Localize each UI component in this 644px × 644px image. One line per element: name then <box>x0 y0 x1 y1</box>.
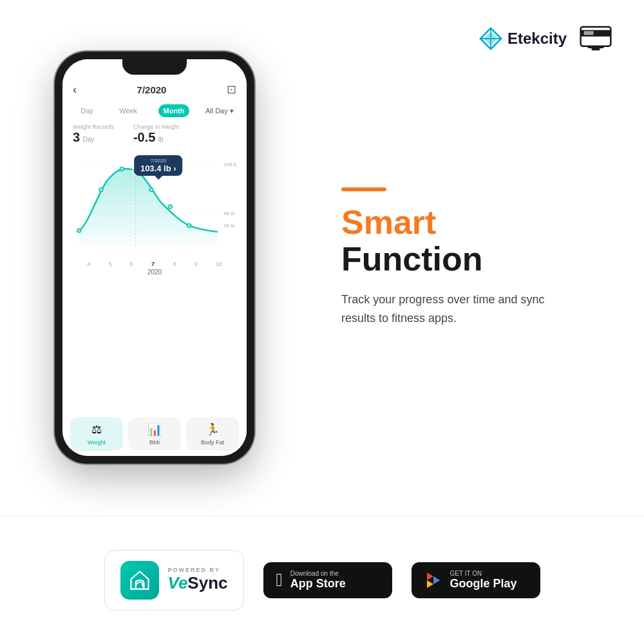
bottom-icons: ⚖ Weight 📊 BMI 🏃 Body Fat <box>62 412 247 456</box>
title-smart: Smart <box>341 204 612 241</box>
description-text: Track your progress over time and sync r… <box>341 290 560 328</box>
x-label-9: 9 <box>194 261 198 267</box>
x-label-5: 5 <box>108 261 111 267</box>
powered-by-label: POWERED BY <box>168 567 228 573</box>
stats-row: Weight Records 3 Day Change in Weight -0… <box>62 120 247 149</box>
scale-icon <box>580 26 612 52</box>
etekcity-logo: Etekcity <box>479 27 567 50</box>
bottom-bar: POWERED BY VeSync  Download on the App … <box>0 515 644 644</box>
weight-records-label: Weight Records <box>73 124 114 130</box>
left-panel: ‹ 7/2020 ⊡ Day Week Month All Day ▾ <box>0 0 309 515</box>
vesync-badge: POWERED BY VeSync <box>104 550 244 611</box>
weight-label: Weight <box>88 439 106 446</box>
svg-point-10 <box>149 188 153 192</box>
calendar-icon[interactable]: ⊡ <box>227 82 236 97</box>
phone-notch <box>122 59 187 75</box>
svg-text:98 lb: 98 lb <box>223 211 235 216</box>
svg-text:106 lb: 106 lb <box>223 162 236 167</box>
tab-bar: Day Week Month All Day ▾ <box>62 102 247 120</box>
orange-accent-bar <box>341 187 386 191</box>
vesync-logo-text: VeSync <box>168 573 228 593</box>
main-content: ‹ 7/2020 ⊡ Day Week Month All Day ▾ <box>0 0 644 515</box>
app-store-subtitle: Download on the <box>290 570 346 577</box>
back-arrow[interactable]: ‹ <box>73 83 77 97</box>
chart-tooltip: 7/2020 103.4 lb › <box>134 155 183 176</box>
brand-row: Etekcity <box>479 26 612 52</box>
svg-marker-23 <box>427 573 433 580</box>
right-panel: Etekcity Smart Function Track your <box>309 0 644 515</box>
vesync-icon-svg <box>128 569 151 592</box>
bmi-icon: 📊 <box>147 422 162 437</box>
x-label-4: 4 <box>87 261 90 267</box>
weight-records-stat: Weight Records 3 Day <box>73 124 114 145</box>
main-title: Smart Function <box>341 204 612 278</box>
phone-screen: ‹ 7/2020 ⊡ Day Week Month All Day ▾ <box>62 59 247 456</box>
bodyfat-icon: 🏃 <box>205 422 220 437</box>
tab-day[interactable]: Day <box>75 104 99 117</box>
tab-week[interactable]: Week <box>114 104 142 117</box>
svg-point-7 <box>99 188 103 192</box>
google-play-title: Google Play <box>450 577 517 591</box>
weight-icon-card[interactable]: ⚖ Weight <box>70 417 123 451</box>
change-weight-value: -0.5 <box>133 130 155 144</box>
svg-rect-19 <box>588 46 604 48</box>
change-weight-label: Change in Weight <box>133 124 179 130</box>
weight-records-value: 3 <box>73 130 80 144</box>
bodyfat-label: Body Fat <box>201 439 224 446</box>
phone-frame: ‹ 7/2020 ⊡ Day Week Month All Day ▾ <box>55 52 254 464</box>
google-play-button[interactable]: GET IT ON Google Play <box>412 562 540 598</box>
app-store-title: App Store <box>290 577 346 591</box>
vesync-v: Ve <box>168 573 188 593</box>
year-label: 2020 <box>73 267 236 277</box>
vesync-sync: Sync <box>187 573 227 593</box>
date-nav: 7/2020 <box>137 84 167 95</box>
svg-point-8 <box>120 167 124 171</box>
bmi-icon-card[interactable]: 📊 BMI <box>128 417 181 451</box>
weight-records-unit: Day <box>83 136 95 143</box>
svg-point-6 <box>77 229 81 232</box>
app-store-button[interactable]:  Download on the App Store <box>263 562 392 598</box>
x-label-10: 10 <box>216 261 222 267</box>
google-play-icon <box>424 571 442 589</box>
tab-month[interactable]: Month <box>158 104 190 117</box>
tooltip-date: 7/2020 <box>140 158 176 164</box>
x-label-8: 8 <box>173 261 176 267</box>
etekcity-diamond-icon <box>479 27 502 50</box>
svg-marker-27 <box>433 576 440 584</box>
vesync-app-icon <box>120 561 159 600</box>
title-function: Function <box>341 241 612 278</box>
svg-point-11 <box>168 205 172 209</box>
google-play-subtitle: GET IT ON <box>450 570 517 577</box>
weight-icon: ⚖ <box>91 422 102 437</box>
svg-rect-21 <box>584 31 594 35</box>
google-play-text: GET IT ON Google Play <box>450 570 517 591</box>
page-container: ‹ 7/2020 ⊡ Day Week Month All Day ▾ <box>0 0 644 644</box>
vesync-text-block: POWERED BY VeSync <box>168 567 228 593</box>
svg-marker-24 <box>427 580 433 588</box>
change-weight-stat: Change in Weight -0.5 lb <box>133 124 179 145</box>
svg-point-12 <box>187 223 191 227</box>
apple-icon:  <box>276 570 283 591</box>
x-label-6: 6 <box>130 261 133 267</box>
x-label-7: 7 <box>151 261 155 267</box>
bodyfat-icon-card[interactable]: 🏃 Body Fat <box>186 417 239 451</box>
svg-text:96 lb: 96 lb <box>223 223 235 229</box>
change-weight-unit: lb <box>158 136 164 143</box>
x-axis: 4 5 6 7 8 9 10 <box>73 260 236 267</box>
bmi-label: BMI <box>149 439 160 446</box>
svg-rect-20 <box>591 48 600 50</box>
etekcity-name: Etekcity <box>507 30 567 48</box>
tooltip-value: 103.4 lb › <box>140 164 176 173</box>
tab-allday[interactable]: All Day ▾ <box>205 107 234 115</box>
app-store-text: Download on the App Store <box>290 570 346 591</box>
chart-area: 7/2020 103.4 lb › 106 lb 98 lb 96 lb <box>62 149 247 412</box>
